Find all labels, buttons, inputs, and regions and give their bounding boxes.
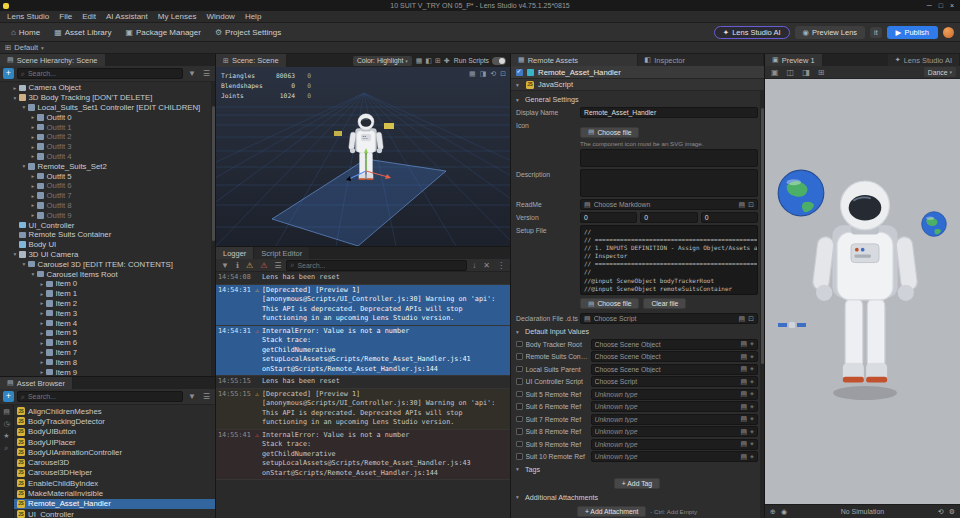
publish-button[interactable]: ▶ Publish [887,26,938,39]
tree-item[interactable]: ▾Local_Suits_Set1 Controller [EDIT CHILD… [0,103,215,113]
folder-icon[interactable]: ▤ [740,415,747,423]
expand-arrow[interactable]: ▸ [29,193,37,199]
tab-inspector[interactable]: ◧ Inspector [638,54,765,66]
target-icon[interactable]: ⌖ [750,390,754,398]
add-attachment-button[interactable]: + Add Attachment [577,506,646,517]
input-checkbox[interactable] [516,403,523,410]
asset-item[interactable]: JSCarousel3DHelper [14,468,215,478]
camera-source-icon[interactable]: ▣ [769,68,781,77]
close-button[interactable]: × [950,2,954,9]
expand-arrow[interactable]: ▸ [38,359,46,365]
expand-arrow[interactable]: ▸ [38,300,46,306]
input-picker[interactable]: Choose Scene Object▤⌖ [591,364,759,375]
menu-item-ai-assistant[interactable]: AI Assistant [101,12,153,21]
expand-arrow[interactable]: ▾ [20,163,28,169]
tree-item[interactable]: ▸Item 8 [0,357,215,367]
tree-item[interactable]: ▸Outfit 7 [0,191,215,201]
tree-item[interactable]: ▸Item 7 [0,348,215,358]
preview-viewport[interactable] [765,79,960,504]
tab-lens-studio-ai[interactable]: ✦ Lens Studio AI [888,54,960,66]
expand-arrow[interactable]: ▾ [11,95,19,101]
menu-item-my-lenses[interactable]: My Lenses [153,12,202,21]
input-picker[interactable]: Unknown type▤⌖ [591,426,759,437]
browse-folder-icon[interactable]: ▤ [739,201,746,209]
target-icon[interactable]: ⌖ [750,453,754,461]
tree-item[interactable]: ▾Carousel 3D [EDIT ITEM: CONTENTS] [0,259,215,269]
more-icon[interactable]: ⋮ [495,261,507,270]
overlay-icon[interactable]: ◨ [800,68,812,77]
tab-scene[interactable]: ⊞ Scene: Scene [216,54,287,67]
description-textarea[interactable] [580,169,758,197]
clear-icon[interactable]: ⊡ [748,315,754,323]
toolbar-package-button[interactable]: ▣Package Manager [118,23,208,41]
input-checkbox[interactable] [516,416,523,423]
maximize-button[interactable]: □ [939,2,943,9]
add-tag-button[interactable]: + Add Tag [614,478,660,489]
tree-item[interactable]: ▸Outfit 2 [0,132,215,142]
folder-icon[interactable]: ▤ [740,453,747,461]
filter-icon[interactable]: ▼ [219,261,231,270]
input-checkbox[interactable] [516,341,523,348]
tree-item[interactable]: ▸Outfit 0 [0,112,215,122]
shading-icon[interactable]: ◧ [425,57,432,65]
logger-search-input[interactable]: ⌕ Search... [286,260,467,271]
input-picker[interactable]: Unknown type▤⌖ [591,401,759,412]
log-entry[interactable]: 14:55:41⚠InternalError: Value is not a n… [216,430,510,481]
expand-arrow[interactable]: ▸ [29,183,37,189]
warning-filter-icon[interactable]: ⚠ [244,261,255,270]
options-icon[interactable]: ☰ [201,69,212,78]
setup-choose-file-button[interactable]: ▤ Choose file [580,298,639,309]
input-picker[interactable]: Unknown type▤⌖ [591,389,759,400]
tree-item[interactable]: ▸Outfit 4 [0,152,215,162]
menu-item-edit[interactable]: Edit [77,12,101,21]
tab-asset-browser[interactable]: ▤ Asset Browser [0,377,73,389]
hierarchy-search-input[interactable]: ⌕ Search... [17,68,183,79]
asset-item[interactable]: JSBodyUIAnimationController [14,447,215,457]
tree-item[interactable]: UI_Controller [0,220,215,230]
grid-toggle-icon[interactable]: ▦ [416,57,423,65]
target-icon[interactable]: ⌖ [750,378,754,386]
input-picker[interactable]: Choose Script▤⌖ [591,376,759,387]
input-checkbox[interactable] [516,353,523,360]
asset-item[interactable]: JSBodyUIPlacer [14,437,215,447]
gizmo-icon[interactable]: ✚ [444,57,450,65]
folder-icon[interactable]: ▤ [740,390,747,398]
folder-icon[interactable]: ▤ [740,365,747,373]
tree-item[interactable]: ▸Item 2 [0,299,215,309]
export-log-icon[interactable]: ↓ [470,261,478,270]
icon-choose-file-button[interactable]: ▤ Choose file [580,127,639,138]
target-icon[interactable]: ⌖ [750,353,754,361]
filter-icon[interactable]: ▼ [186,69,198,78]
filter-icon[interactable]: ▼ [186,392,198,401]
error-filter-icon[interactable]: ⚠ [258,261,269,270]
lens-studio-ai-button[interactable]: ✦ Lens Studio AI [714,26,790,39]
log-entry[interactable]: 14:54:31⚠InternalError: Value is not a n… [216,326,510,377]
folder-icon[interactable]: ▤ [3,408,10,416]
asset-item[interactable]: JSUI_Controller [14,509,215,518]
input-checkbox[interactable] [516,391,523,398]
asset-item[interactable]: JSRemote_Asset_Handler [14,499,215,509]
expand-arrow[interactable]: ▾ [11,251,19,257]
input-picker[interactable]: Choose Scene Object▤⌖ [591,339,759,350]
toolbar-settings-button[interactable]: ⚙Project Settings [208,23,288,41]
info-filter-icon[interactable]: ℹ [234,261,241,270]
settings-gear-icon[interactable]: ⚙ [949,508,955,516]
folder-icon[interactable]: ▤ [740,440,747,448]
target-icon[interactable]: ⌖ [750,428,754,436]
expand-arrow[interactable]: ▸ [38,369,46,375]
expand-arrow[interactable]: ▸ [29,114,37,120]
expand-arrow[interactable]: ▸ [29,212,37,218]
tree-item[interactable]: ▾Carousel Items Root [0,269,215,279]
expand-arrow[interactable]: ▸ [38,310,46,316]
workspace-selector[interactable]: Default [14,43,38,52]
component-enabled-checkbox[interactable] [516,69,523,76]
input-picker[interactable]: Unknown type▤⌖ [591,414,759,425]
version-input-0[interactable]: 0 [580,212,637,223]
menu-item-help[interactable]: Help [240,12,266,21]
reset-icon[interactable]: ⟲ [938,508,944,516]
version-input-2[interactable]: 0 [701,212,758,223]
input-picker[interactable]: Unknown type▤⌖ [591,439,759,450]
tree-item[interactable]: Body UI [0,240,215,250]
grid-icon[interactable]: ▦ [469,70,476,78]
tree-item[interactable]: ▸Item 9 [0,367,215,376]
